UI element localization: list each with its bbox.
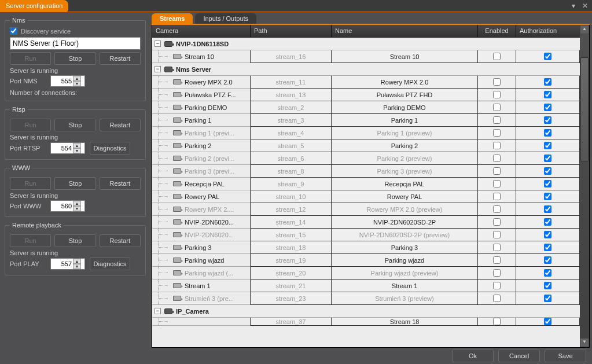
stream-row[interactable]: Strumień 3 (pre... stream_23 Strumień 3 …	[152, 292, 580, 305]
auth-checkbox[interactable]	[544, 180, 551, 187]
port-rtsp-spinner[interactable]: ▲▼	[50, 142, 85, 154]
rtsp-diagnostics-button[interactable]: Diagnostics	[90, 142, 130, 155]
stream-row[interactable]: NVIP-2DN6020... stream_15 NVIP-2DN6020SD…	[152, 229, 580, 241]
rtsp-run-button[interactable]: Run	[10, 119, 51, 131]
port-play-input[interactable]	[51, 260, 73, 267]
close-icon[interactable]: ✕	[580, 2, 590, 10]
col-name-header[interactable]: Name	[332, 25, 478, 37]
enabled-checkbox[interactable]	[493, 295, 501, 302]
rtsp-stop-button[interactable]: Stop	[54, 119, 95, 131]
collapse-icon[interactable]: −	[155, 66, 161, 72]
port-www-input[interactable]	[51, 203, 73, 209]
spin-up-icon[interactable]: ▲	[73, 259, 81, 264]
stream-row[interactable]: Rowery PAL stream_10 Rowery PAL	[152, 190, 580, 203]
www-run-button[interactable]: Run	[10, 177, 51, 190]
ok-button[interactable]: Ok	[452, 350, 494, 362]
stream-row[interactable]: stream_37 Stream 18	[152, 318, 580, 326]
spin-up-icon[interactable]: ▲	[73, 143, 81, 148]
collapse-icon[interactable]: −	[155, 41, 161, 47]
col-path-header[interactable]: Path	[251, 25, 332, 37]
enabled-checkbox[interactable]	[493, 104, 501, 111]
stream-row[interactable]: Parking 3 (previ... stream_8 Parking 3 (…	[152, 165, 580, 178]
stream-row[interactable]: Parking 3 stream_18 Parking 3	[152, 241, 580, 254]
nms-name-input[interactable]	[10, 37, 141, 50]
enabled-checkbox[interactable]	[493, 205, 501, 213]
auth-checkbox[interactable]	[544, 155, 551, 162]
play-run-button[interactable]: Run	[10, 234, 51, 247]
auth-checkbox[interactable]	[544, 129, 551, 137]
stream-row[interactable]: Puławska PTZ F... stream_13 Puławska PTZ…	[152, 89, 580, 101]
www-stop-button[interactable]: Stop	[54, 177, 95, 190]
save-button[interactable]: Save	[545, 350, 586, 362]
spin-down-icon[interactable]: ▼	[73, 264, 81, 269]
nms-run-button[interactable]: Run	[10, 52, 51, 65]
rtsp-restart-button[interactable]: Restart	[100, 119, 141, 131]
spin-down-icon[interactable]: ▼	[73, 81, 81, 86]
spin-up-icon[interactable]: ▲	[73, 76, 81, 81]
play-diagnostics-button[interactable]: Diagnostics	[90, 258, 130, 270]
auth-checkbox[interactable]	[544, 244, 551, 251]
auth-checkbox[interactable]	[544, 269, 551, 277]
enabled-checkbox[interactable]	[493, 180, 501, 187]
auth-checkbox[interactable]	[544, 218, 551, 226]
auth-checkbox[interactable]	[544, 142, 551, 149]
spin-down-icon[interactable]: ▼	[73, 206, 81, 211]
port-nms-input[interactable]	[51, 78, 73, 84]
auth-checkbox[interactable]	[544, 318, 551, 325]
collapse-icon[interactable]: −	[155, 308, 161, 314]
play-restart-button[interactable]: Restart	[100, 234, 141, 247]
auth-checkbox[interactable]	[544, 231, 551, 238]
enabled-checkbox[interactable]	[493, 91, 501, 98]
stream-row[interactable]: Recepcja PAL stream_9 Recepcja PAL	[152, 178, 580, 190]
tree-group-row[interactable]: − IP_Camera	[152, 305, 580, 318]
stream-row[interactable]: Rowery MPX 2.0 stream_11 Rowery MPX 2.0	[152, 76, 580, 89]
stream-row[interactable]: Parking 2 stream_5 Parking 2	[152, 139, 580, 152]
spin-down-icon[interactable]: ▼	[73, 148, 81, 153]
port-www-spinner[interactable]: ▲▼	[50, 200, 85, 212]
port-nms-spinner[interactable]: ▲▼	[50, 75, 85, 87]
stream-row[interactable]: Parking DEMO stream_2 Parking DEMO	[152, 101, 580, 114]
enabled-checkbox[interactable]	[493, 193, 501, 200]
enabled-checkbox[interactable]	[493, 318, 501, 325]
auth-checkbox[interactable]	[544, 256, 551, 264]
enabled-checkbox[interactable]	[493, 167, 501, 175]
stream-row[interactable]: Parking wjazd stream_19 Parking wjazd	[152, 254, 580, 267]
auth-checkbox[interactable]	[544, 167, 551, 175]
spin-up-icon[interactable]: ▲	[73, 201, 81, 206]
stream-row[interactable]: Parking 2 (previ... stream_6 Parking 2 (…	[152, 152, 580, 165]
auth-checkbox[interactable]	[544, 104, 551, 111]
stream-row[interactable]: Parking wjazd (... stream_20 Parking wja…	[152, 267, 580, 280]
stream-row[interactable]: Parking 1 stream_3 Parking 1	[152, 114, 580, 127]
scrollbar-thumb[interactable]	[580, 57, 589, 161]
tree-group-row[interactable]: − NVIP-1DN6118SD	[152, 38, 580, 50]
cancel-button[interactable]: Cancel	[498, 350, 540, 362]
discovery-service-check[interactable]: Discovery service	[10, 27, 141, 35]
auth-checkbox[interactable]	[544, 282, 551, 289]
enabled-checkbox[interactable]	[493, 78, 501, 86]
scroll-up-icon[interactable]: ▲	[580, 25, 589, 34]
auth-checkbox[interactable]	[544, 116, 551, 124]
nms-stop-button[interactable]: Stop	[54, 52, 95, 65]
enabled-checkbox[interactable]	[493, 116, 501, 124]
auth-checkbox[interactable]	[544, 205, 551, 213]
enabled-checkbox[interactable]	[493, 155, 501, 162]
col-enabled-header[interactable]: Enabled	[478, 25, 516, 37]
enabled-checkbox[interactable]	[493, 256, 501, 264]
auth-checkbox[interactable]	[544, 53, 551, 60]
auth-checkbox[interactable]	[544, 295, 551, 302]
col-auth-header[interactable]: Authorization	[516, 25, 580, 37]
enabled-checkbox[interactable]	[493, 244, 501, 251]
port-rtsp-input[interactable]	[51, 145, 73, 152]
auth-checkbox[interactable]	[544, 78, 551, 86]
col-camera-header[interactable]: Camera	[152, 25, 251, 37]
play-stop-button[interactable]: Stop	[54, 234, 95, 247]
enabled-checkbox[interactable]	[493, 282, 501, 289]
vertical-scrollbar[interactable]: ▲ ▼	[580, 25, 589, 347]
auth-checkbox[interactable]	[544, 91, 551, 98]
enabled-checkbox[interactable]	[493, 142, 501, 149]
nms-restart-button[interactable]: Restart	[100, 52, 141, 65]
stream-row[interactable]: Stream 1 stream_21 Stream 1	[152, 280, 580, 292]
minimize-icon[interactable]: ▾	[569, 2, 578, 10]
auth-checkbox[interactable]	[544, 193, 551, 200]
tree-group-row[interactable]: − Nms Server	[152, 63, 580, 76]
